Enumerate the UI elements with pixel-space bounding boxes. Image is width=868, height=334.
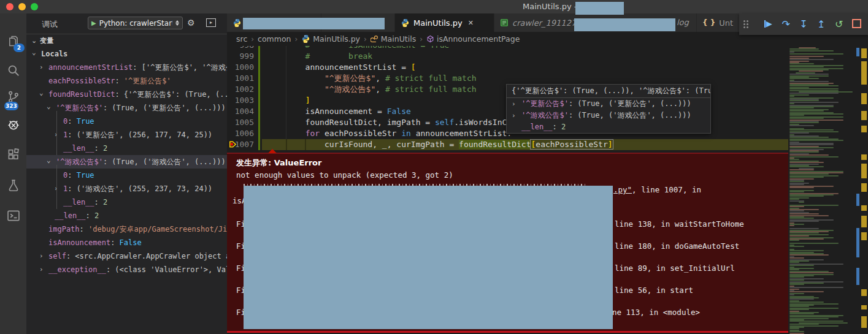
code-line[interactable]: # isAnnouncement = True [267, 46, 449, 51]
code-line[interactable]: isAnnouncement = False [267, 106, 411, 117]
line-number: 1002 [227, 84, 254, 95]
variables-section-header[interactable]: ⌄变量 [26, 34, 227, 48]
stop-icon[interactable] [850, 19, 863, 30]
tree-indent-guide [56, 111, 57, 155]
code-line[interactable]: for eachPossibleStr in announcementStrLi… [267, 128, 512, 139]
variable-row[interactable]: ›announcementStrList: ['^更新公告$', '^游戏公… [26, 61, 227, 74]
chevron-down-icon[interactable]: ⌄ [47, 101, 51, 113]
overview-ruler-marker-yellow [861, 93, 867, 104]
chevron-down-icon[interactable]: ⌄ [32, 47, 36, 59]
current-execution-breakpoint-icon[interactable] [228, 140, 237, 151]
overview-ruler-marker-blue [856, 268, 859, 285]
continue-icon[interactable]: ▶ [761, 19, 775, 29]
step-over-icon[interactable]: ↷ [779, 20, 793, 29]
code-line[interactable]: foundResultDict, imgPath = self.isWordsI… [267, 117, 517, 128]
variable-text: announcementStrList: ['^更新公告$', '^游戏公… [48, 63, 227, 72]
code-line[interactable]: "^游戏公告$", # strict full match [267, 84, 477, 95]
debug-console-icon[interactable]: ▸ [206, 18, 216, 27]
code-line[interactable]: ] [267, 95, 310, 106]
explorer-activity-item[interactable]: 2 [0, 30, 26, 55]
debug-toolbar: ▶↷↧↥↺ [739, 13, 868, 35]
minimap[interactable] [788, 46, 868, 334]
zoom-window-button[interactable] [31, 3, 38, 10]
variable-row[interactable]: imgPath: 'debug/安卓app/GameScreenshot/Jia… [26, 222, 227, 236]
variable-row[interactable]: ⌄Locals [26, 47, 227, 61]
restart-icon[interactable]: ↺ [832, 20, 846, 29]
tab-untitled[interactable]: { }Unt [697, 13, 743, 32]
variable-row[interactable]: isAnnouncement: False [26, 236, 227, 249]
code-line[interactable]: announcementStrList = [ [267, 62, 416, 73]
minimap-code-line [789, 265, 814, 266]
minimap-code-line [789, 243, 839, 244]
close-tab-icon[interactable]: ✕ [468, 19, 474, 27]
variable-row[interactable]: ›self: <src.AppCrawler.AppCrawler object… [26, 249, 227, 263]
minimap-code-line [789, 228, 819, 229]
breadcrumb-separator: › [364, 35, 367, 44]
variable-text: __len__: 2 [55, 211, 99, 220]
extensions-activity-item[interactable] [0, 144, 26, 169]
search-activity-item[interactable] [0, 59, 26, 84]
breadcrumb-item[interactable]: MainUtils [371, 34, 416, 44]
variable-row[interactable]: ›__exception__: (<class 'ValueError'>, V… [26, 263, 227, 276]
source-control-activity-item[interactable]: 323 [0, 86, 26, 110]
chevron-down-icon[interactable]: ⌄ [47, 155, 51, 167]
breadcrumb-item[interactable]: isAnnouncementPage [426, 34, 520, 44]
test-activity-item[interactable] [0, 175, 26, 199]
line-number: 1005 [227, 117, 254, 128]
debug-activity-item[interactable] [0, 113, 26, 138]
tooltip-row[interactable]: ›'^游戏公告$': (True, ('游戏公告', (...))) [507, 110, 710, 121]
minimap-code-line [789, 176, 824, 178]
badge: 2 [13, 44, 25, 52]
title-bar: MainUtils.py — [0, 0, 868, 13]
chevron-right-icon[interactable]: › [39, 263, 44, 276]
start-debug-icon[interactable]: ▶ [91, 20, 96, 26]
overview-ruler-marker-yellow [861, 164, 867, 178]
close-window-button[interactable] [6, 3, 13, 10]
breadcrumb-item[interactable]: common [258, 34, 291, 44]
breadcrumb-label: common [258, 34, 291, 44]
chevron-right-icon[interactable]: › [39, 61, 44, 74]
chevron-right-icon[interactable]: › [512, 110, 516, 121]
terminal-activity-item[interactable] [0, 205, 26, 229]
tooltip-row[interactable]: __len__: 2 [507, 121, 710, 133]
step-into-icon[interactable]: ↧ [797, 20, 810, 29]
minimap-code-line [789, 66, 824, 67]
tab-label: crawler_191127_ [512, 18, 580, 28]
variable-row[interactable]: eachPossibleStr: '^更新公告$' [26, 74, 227, 88]
minimap-code-line [789, 302, 824, 303]
exception-message: not enough values to unpack (expected 3,… [236, 170, 453, 180]
tab-mainutils[interactable]: MainUtils.py✕ [395, 13, 494, 32]
method-icon [426, 35, 434, 43]
breadcrumb-label: MainUtils.py [313, 34, 360, 44]
tab-label: Unt [719, 18, 733, 28]
debug-config-dropdown[interactable]: ▶ Python: crawlerStart [88, 17, 183, 29]
tooltip-row[interactable]: ›'^更新公告$': (True, ('更新公告', (...))) [507, 98, 710, 110]
minimap-code-line [789, 50, 834, 51]
code-line[interactable]: curIsFound, _, curImgPath = foundResultD… [267, 139, 613, 150]
variable-text: '^更新公告$': (True, ('更新公告', (...))) [56, 104, 226, 112]
badge: 323 [4, 102, 18, 110]
variable-row[interactable]: ⌄foundResultDict: {'^更新公告$': (True, (...… [26, 88, 227, 101]
extensions-icon [7, 148, 20, 164]
gear-icon[interactable]: ⚙ [187, 18, 195, 28]
code-line[interactable]: # break [267, 51, 372, 62]
breadcrumb-label: isAnnouncementPage [437, 34, 520, 44]
chevron-down-icon[interactable]: ⌄ [39, 88, 44, 100]
chevron-right-icon[interactable]: › [39, 249, 44, 263]
minimize-window-button[interactable] [18, 3, 26, 10]
minimap-code-line [789, 59, 834, 60]
variable-text: __exception__: (<class 'ValueError'>, Va… [48, 265, 227, 274]
breadcrumb-item[interactable]: src [236, 34, 247, 44]
breadcrumb-item[interactable]: MainUtils.py [301, 34, 360, 44]
line-number: 1003 [227, 95, 254, 106]
code-line[interactable]: "^更新公告$", # strict full match [267, 73, 477, 84]
line-number: 1006 [227, 128, 254, 139]
chevron-right-icon[interactable]: › [512, 98, 516, 110]
variable-row[interactable]: __len__: 2 [26, 209, 227, 222]
overview-ruler-marker-yellow [861, 183, 867, 192]
breadcrumb-label: src [236, 34, 247, 44]
exception-title: 发生异常: ValueError [236, 158, 321, 169]
step-out-icon[interactable]: ↥ [815, 20, 828, 29]
debug-view-title: 调试 [42, 19, 58, 30]
variables-tree: ⌄Locals›announcementStrList: ['^更新公告$', … [26, 47, 227, 334]
